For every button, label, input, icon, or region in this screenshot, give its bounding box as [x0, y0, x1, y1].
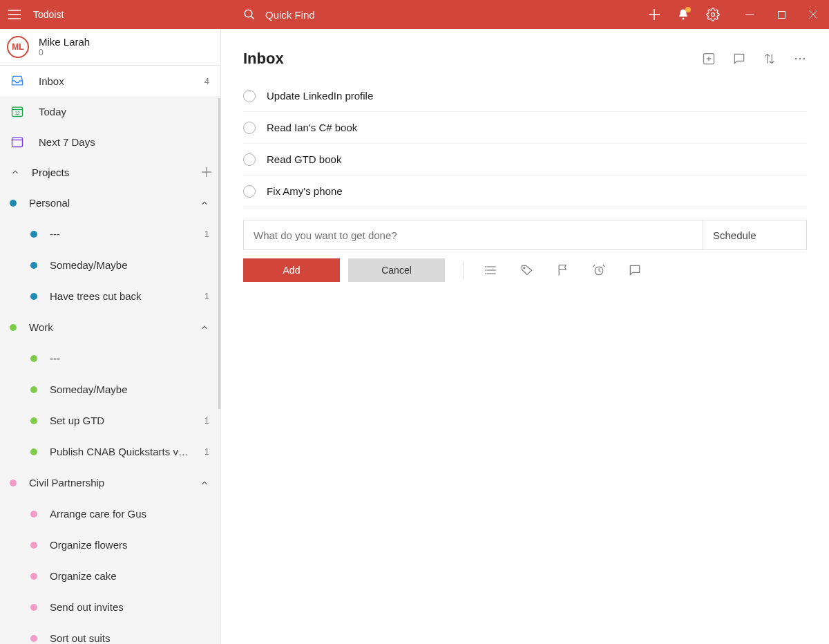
project-color-dot — [30, 386, 37, 393]
project-picker-icon[interactable] — [477, 261, 505, 280]
settings-icon[interactable] — [706, 8, 720, 21]
sidebar-item-next7days[interactable]: Next 7 Days — [0, 126, 220, 157]
label-icon[interactable] — [513, 261, 541, 280]
svg-text:12: 12 — [15, 111, 20, 115]
project-subitem[interactable]: Sort out suits — [0, 623, 220, 644]
project-color-dot — [10, 480, 17, 486]
project-color-dot — [30, 293, 37, 300]
window-close-icon[interactable] — [797, 0, 829, 29]
project-count: 1 — [202, 446, 209, 457]
svg-point-7 — [683, 18, 685, 20]
task-input[interactable] — [244, 220, 703, 249]
search-input[interactable] — [264, 8, 471, 21]
svg-point-32 — [799, 58, 801, 60]
sort-icon[interactable] — [763, 52, 776, 66]
svg-point-38 — [485, 269, 486, 271]
project-color-dot — [30, 448, 37, 455]
schedule-button[interactable]: Schedule — [703, 220, 806, 249]
hamburger-icon[interactable] — [8, 10, 21, 19]
project-color-dot — [10, 200, 17, 207]
task-checkbox[interactable] — [243, 122, 256, 134]
task-list: Update LinkedIn profileRead Ian's C# boo… — [243, 80, 807, 207]
chevron-up-icon[interactable] — [200, 478, 209, 488]
sidebar: ML Mike Larah 0 Inbox 4 12 Today — [0, 29, 221, 644]
svg-line-44 — [593, 265, 595, 267]
project-count: 1 — [202, 291, 209, 301]
next7-label: Next 7 Days — [39, 136, 209, 148]
project-color-dot — [30, 573, 37, 580]
task-row[interactable]: Read GTD book — [243, 144, 807, 176]
projects-header[interactable]: Projects — [0, 157, 220, 187]
calendar-today-icon: 12 — [10, 104, 25, 118]
comment-icon[interactable] — [621, 261, 649, 280]
project-label: Publish CNAB Quickstarts vid... — [50, 446, 190, 457]
project-label: --- — [50, 228, 190, 240]
svg-line-45 — [603, 265, 605, 267]
project-color-dot — [30, 604, 37, 611]
add-section-icon[interactable] — [702, 52, 716, 66]
add-project-icon[interactable] — [201, 167, 212, 178]
user-row[interactable]: ML Mike Larah 0 — [0, 29, 220, 66]
chevron-up-icon[interactable] — [200, 323, 209, 332]
task-checkbox[interactable] — [243, 90, 256, 102]
task-row[interactable]: Read Ian's C# book — [243, 112, 807, 144]
project-label: Work — [29, 321, 168, 333]
avatar: ML — [7, 36, 29, 58]
project-subitem[interactable]: Set up GTD1 — [0, 405, 220, 436]
inbox-count: 4 — [204, 76, 209, 86]
search-icon[interactable] — [243, 8, 256, 21]
task-row[interactable]: Update LinkedIn profile — [243, 80, 807, 112]
sidebar-item-inbox[interactable]: Inbox 4 — [0, 66, 220, 96]
add-button[interactable]: Add — [243, 258, 340, 282]
reminder-icon[interactable] — [585, 261, 613, 280]
project-subitem[interactable]: Someday/Maybe — [0, 374, 220, 405]
task-checkbox[interactable] — [243, 185, 256, 198]
project-subitem[interactable]: --- — [0, 343, 220, 374]
app-name: Todoist — [33, 9, 64, 20]
project-label: Organize flowers — [50, 539, 190, 551]
page-title: Inbox — [243, 50, 702, 68]
task-title: Read GTD book — [267, 153, 341, 165]
notifications-icon[interactable] — [677, 8, 689, 21]
svg-point-39 — [485, 273, 486, 274]
project-subitem[interactable]: Publish CNAB Quickstarts vid...1 — [0, 436, 220, 467]
project-label: Someday/Maybe — [50, 259, 190, 271]
project-item[interactable]: Personal — [0, 187, 220, 218]
svg-point-31 — [795, 58, 797, 60]
quick-add: Schedule Add Cancel — [243, 220, 807, 282]
project-subitem[interactable]: Have trees cut back1 — [0, 281, 220, 312]
projects-label: Projects — [32, 167, 193, 178]
project-subitem[interactable]: Send out invites — [0, 591, 220, 623]
task-title: Update LinkedIn profile — [267, 90, 373, 102]
project-subitem[interactable]: Arrange care for Gus — [0, 498, 220, 529]
project-color-dot — [30, 542, 37, 549]
project-item[interactable]: Civil Partnership — [0, 467, 220, 498]
project-subitem[interactable]: Someday/Maybe — [0, 249, 220, 281]
priority-icon[interactable] — [549, 261, 577, 280]
add-task-icon[interactable] — [648, 8, 660, 21]
window-minimize-icon[interactable] — [734, 0, 765, 29]
svg-point-40 — [524, 267, 525, 269]
project-color-dot — [10, 324, 17, 331]
svg-rect-10 — [778, 11, 785, 18]
chevron-up-icon[interactable] — [200, 198, 209, 208]
project-color-dot — [30, 355, 37, 362]
comments-icon[interactable] — [732, 52, 746, 66]
task-row[interactable]: Fix Amy's phone — [243, 176, 807, 207]
svg-line-4 — [251, 16, 254, 19]
cancel-button[interactable]: Cancel — [348, 258, 445, 282]
project-label: Organize cake — [50, 570, 190, 582]
project-subitem[interactable]: Organize flowers — [0, 529, 220, 560]
window-maximize-icon[interactable] — [765, 0, 797, 29]
sidebar-item-today[interactable]: 12 Today — [0, 96, 220, 126]
project-label: Set up GTD — [50, 415, 190, 426]
project-subitem[interactable]: Organize cake — [0, 560, 220, 591]
task-checkbox[interactable] — [243, 153, 256, 166]
project-subitem[interactable]: ---1 — [0, 218, 220, 249]
titlebar: Todoist — [0, 0, 829, 29]
project-item[interactable]: Work — [0, 312, 220, 343]
project-label: Personal — [29, 197, 168, 209]
project-color-dot — [30, 635, 37, 642]
today-label: Today — [39, 106, 209, 117]
more-icon[interactable] — [793, 52, 807, 66]
